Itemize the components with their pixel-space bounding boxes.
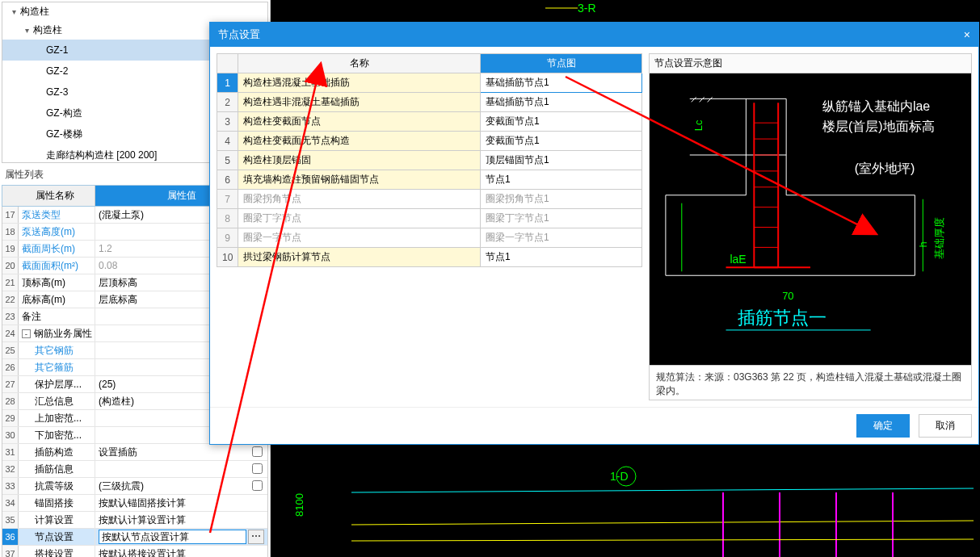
prop-value[interactable]: 设置插筋 <box>95 444 267 460</box>
node-row[interactable]: 5构造柱顶层锚固顶层锚固节点1 <box>217 151 642 170</box>
cad-label: 1-D <box>610 470 629 483</box>
property-row[interactable]: 34锚固搭接按默认锚固搭接计算 <box>2 495 267 512</box>
col-rownum <box>217 54 238 73</box>
col-nodepic: 节点图 <box>481 54 642 73</box>
svg-text:h: h <box>917 241 929 247</box>
more-button[interactable]: ⋯ <box>248 530 264 544</box>
node-pic[interactable]: 变截面节点1 <box>481 132 642 151</box>
row-number: 27 <box>2 376 19 392</box>
node-name[interactable]: 构造柱变截面节点 <box>238 112 481 132</box>
row-number: 24 <box>2 325 19 341</box>
property-row[interactable]: 33抗震等级(三级抗震) <box>2 478 267 495</box>
svg-text:Lc: Lc <box>692 119 705 131</box>
row-number: 32 <box>2 461 19 477</box>
node-name[interactable]: 构造柱变截面无节点构造 <box>238 132 481 151</box>
prop-name: 其它箍筋 <box>19 359 95 375</box>
node-name[interactable]: 构造柱顶层锚固 <box>238 151 481 170</box>
node-row[interactable]: 10拱过梁钢筋计算节点节点1 <box>217 248 642 267</box>
node-pic[interactable]: 基础插筋节点1 <box>481 73 642 93</box>
diagram-note: 规范算法：来源：03G363 第 22 页，构造柱锚入混凝土基础或混凝土圈梁内。 <box>650 365 971 403</box>
prop-value[interactable]: 按默认节点设置计算⋯ <box>95 529 267 545</box>
node-pic[interactable]: 节点1 <box>481 170 642 190</box>
prop-name: 插筋构造 <box>19 444 95 460</box>
tree-root[interactable]: ▾构造柱 <box>2 2 267 21</box>
row-number: 33 <box>2 478 19 494</box>
prop-value[interactable] <box>95 461 267 477</box>
prop-name: 备注 <box>19 308 95 325</box>
prop-checkbox[interactable] <box>252 480 263 491</box>
row-number: 31 <box>2 444 19 460</box>
svg-text:插筋节点一: 插筋节点一 <box>738 308 826 328</box>
row-number: 23 <box>2 308 19 325</box>
node-row[interactable]: 2构造柱遇非混凝土基础插筋基础插筋节点1 <box>217 93 642 112</box>
property-row[interactable]: 31插筋构造设置插筋 <box>2 444 267 461</box>
dialog-titlebar[interactable]: 节点设置 × <box>210 23 978 47</box>
cad-label: 3-R <box>578 2 596 15</box>
node-name[interactable]: 构造柱遇非混凝土基础插筋 <box>238 93 481 112</box>
node-pic[interactable]: 圈梁一字节点1 <box>481 228 642 248</box>
row-number: 17 <box>2 207 19 223</box>
node-row[interactable]: 6填充墙构造柱预留钢筋锚固节点节点1 <box>217 170 642 190</box>
prop-name: 截面面积(m²) <box>19 258 95 274</box>
svg-text:楼层(首层)地面标高: 楼层(首层)地面标高 <box>822 119 935 133</box>
row-number: 35 <box>2 512 19 528</box>
svg-line-7 <box>351 539 974 541</box>
node-name[interactable]: 圈梁一字节点 <box>238 228 481 248</box>
diagram-view: laE Lc 70 h 基础厚度 纵筋锚入基础内lae 楼层(首层)地面标高 (… <box>650 73 971 365</box>
node-rownum: 10 <box>217 248 238 267</box>
ok-button[interactable]: 确定 <box>856 414 910 438</box>
node-rownum: 9 <box>217 228 238 248</box>
prop-name: 顶标高(m) <box>19 274 95 291</box>
node-pic[interactable]: 顶层锚固节点1 <box>481 151 642 170</box>
svg-line-12 <box>708 97 713 102</box>
diagram-header: 节点设置示意图 <box>650 54 971 73</box>
node-name[interactable]: 拱过梁钢筋计算节点 <box>238 248 481 267</box>
svg-text:laE: laE <box>730 253 747 266</box>
row-number: 30 <box>2 427 19 443</box>
node-row[interactable]: 7圈梁拐角节点圈梁拐角节点1 <box>217 190 642 209</box>
node-row[interactable]: 8圈梁丁字节点圈梁丁字节点1 <box>217 209 642 228</box>
svg-line-2 <box>351 521 974 525</box>
node-rownum: 6 <box>217 170 238 190</box>
prop-checkbox[interactable] <box>252 463 263 474</box>
prop-checkbox[interactable] <box>252 446 263 457</box>
prop-value[interactable]: 按默认计算设置计算 <box>95 512 267 528</box>
prop-name: 底标高(m) <box>19 291 95 308</box>
cad-dim: 8100 <box>293 493 305 517</box>
node-settings-dialog: 节点设置 × 名称 节点图 1构造柱遇混凝土基础插筋基础插筋节点12构造柱遇非混… <box>209 22 979 445</box>
node-pic[interactable]: 圈梁丁字节点1 <box>481 209 642 228</box>
node-pic[interactable]: 变截面节点1 <box>481 112 642 132</box>
tree-root-label: 构造柱 <box>20 6 49 17</box>
node-row[interactable]: 1构造柱遇混凝土基础插筋基础插筋节点1 <box>217 73 642 93</box>
prop-value[interactable]: (三级抗震) <box>95 478 267 494</box>
svg-text:70: 70 <box>782 290 793 302</box>
row-number: 18 <box>2 224 19 240</box>
node-row[interactable]: 9圈梁一字节点圈梁一字节点1 <box>217 228 642 248</box>
row-number: 37 <box>2 546 19 557</box>
node-pic[interactable]: 圈梁拐角节点1 <box>481 190 642 209</box>
node-table[interactable]: 名称 节点图 1构造柱遇混凝土基础插筋基础插筋节点12构造柱遇非混凝土基础插筋基… <box>217 53 642 267</box>
property-row[interactable]: 32插筋信息 <box>2 461 267 478</box>
node-pic[interactable]: 节点1 <box>481 248 642 267</box>
prop-name: 泵送高度(m) <box>19 224 95 240</box>
node-name[interactable]: 填充墙构造柱预留钢筋锚固节点 <box>238 170 481 190</box>
property-row[interactable]: 36节点设置按默认节点设置计算⋯ <box>2 529 267 546</box>
node-name[interactable]: 圈梁拐角节点 <box>238 190 481 209</box>
prop-name: 插筋信息 <box>19 461 95 477</box>
node-pic[interactable]: 基础插筋节点1 <box>481 93 642 112</box>
node-rownum: 4 <box>217 132 238 151</box>
node-row[interactable]: 4构造柱变截面无节点构造变截面节点1 <box>217 132 642 151</box>
svg-line-11 <box>700 97 705 102</box>
property-row[interactable]: 37搭接设置按默认搭接设置计算 <box>2 546 267 557</box>
property-row[interactable]: 35计算设置按默认计算设置计算 <box>2 512 267 529</box>
prop-name: 上加密范... <box>19 410 95 426</box>
node-row[interactable]: 3构造柱变截面节点变截面节点1 <box>217 112 642 132</box>
prop-value[interactable]: 按默认搭接设置计算 <box>95 546 267 557</box>
close-icon[interactable]: × <box>964 28 970 41</box>
node-rownum: 5 <box>217 151 238 170</box>
prop-value[interactable]: 按默认锚固搭接计算 <box>95 495 267 511</box>
node-name[interactable]: 构造柱遇混凝土基础插筋 <box>238 73 481 93</box>
cancel-button[interactable]: 取消 <box>919 414 972 438</box>
expand-icon[interactable]: - <box>22 329 31 338</box>
node-name[interactable]: 圈梁丁字节点 <box>238 209 481 228</box>
